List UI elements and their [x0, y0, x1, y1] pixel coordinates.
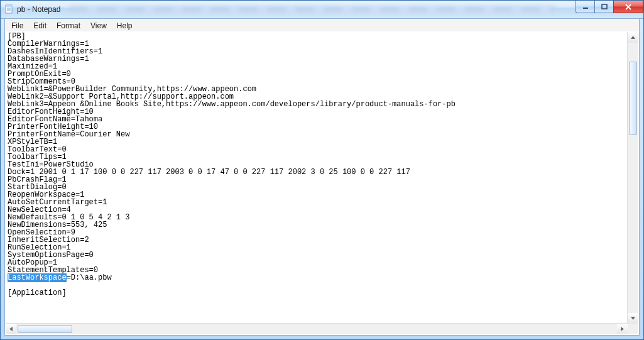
svg-marker-12: [621, 327, 624, 331]
close-button[interactable]: [613, 1, 643, 13]
scrollbar-corner: [628, 324, 638, 334]
notepad-icon: [4, 4, 14, 14]
scroll-left-button[interactable]: [6, 324, 16, 334]
scroll-down-button[interactable]: [628, 313, 638, 324]
horizontal-scroll-thumb[interactable]: [18, 325, 72, 333]
text-editor[interactable]: [PB] CompilerWarnings=1 DashesInIdentifi…: [6, 32, 627, 324]
titlebar[interactable]: pb - Notepad: [1, 1, 643, 19]
text-selection[interactable]: LastWorkspace: [8, 273, 67, 282]
svg-rect-5: [583, 8, 588, 9]
window-controls: [576, 1, 643, 13]
menu-view[interactable]: View: [85, 19, 112, 31]
svg-marker-9: [631, 36, 635, 39]
svg-rect-6: [602, 4, 607, 9]
menu-format[interactable]: Format: [52, 19, 85, 31]
svg-marker-11: [9, 327, 13, 331]
maximize-button[interactable]: [594, 1, 613, 13]
svg-rect-1: [6, 5, 12, 7]
vertical-scrollbar[interactable]: [627, 32, 638, 324]
scroll-right-button[interactable]: [617, 324, 628, 334]
menu-edit[interactable]: Edit: [28, 19, 52, 31]
menu-file[interactable]: File: [6, 19, 28, 31]
text-viewport: [PB] CompilerWarnings=1 DashesInIdentifi…: [6, 32, 638, 324]
menu-help[interactable]: Help: [112, 19, 138, 31]
vertical-scroll-thumb[interactable]: [629, 62, 637, 135]
vertical-scroll-track[interactable]: [628, 43, 638, 313]
horizontal-scrollbar[interactable]: [6, 323, 628, 334]
scroll-up-button[interactable]: [628, 32, 638, 43]
window-title: pb - Notepad: [17, 5, 60, 14]
obscured-title-region: [69, 5, 555, 14]
menubar: File Edit Format View Help: [5, 19, 639, 32]
svg-marker-10: [631, 317, 635, 320]
minimize-button[interactable]: [576, 1, 594, 13]
notepad-window: pb - Notepad File Edit Format View: [0, 0, 644, 340]
client-area: [PB] CompilerWarnings=1 DashesInIdentifi…: [5, 31, 639, 335]
window-client-frame: File Edit Format View Help [PB] Compiler…: [4, 18, 640, 336]
